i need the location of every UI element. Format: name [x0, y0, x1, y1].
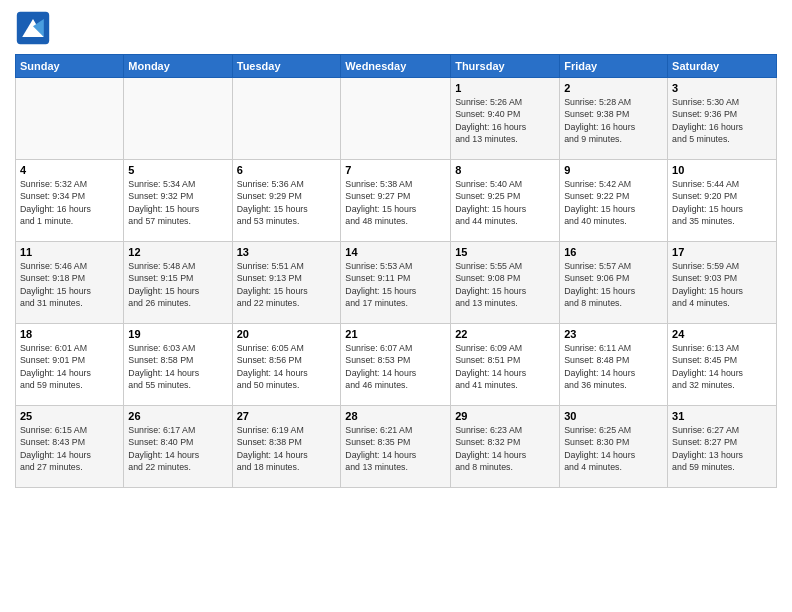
- day-info: Sunrise: 5:40 AM Sunset: 9:25 PM Dayligh…: [455, 178, 555, 227]
- weekday-header-sunday: Sunday: [16, 55, 124, 78]
- day-info: Sunrise: 5:53 AM Sunset: 9:11 PM Dayligh…: [345, 260, 446, 309]
- day-number: 7: [345, 164, 446, 176]
- calendar-cell: 31Sunrise: 6:27 AM Sunset: 8:27 PM Dayli…: [668, 406, 777, 488]
- day-number: 29: [455, 410, 555, 422]
- day-number: 18: [20, 328, 119, 340]
- calendar-cell: 24Sunrise: 6:13 AM Sunset: 8:45 PM Dayli…: [668, 324, 777, 406]
- calendar-cell: 11Sunrise: 5:46 AM Sunset: 9:18 PM Dayli…: [16, 242, 124, 324]
- header: [15, 10, 777, 46]
- day-number: 15: [455, 246, 555, 258]
- day-info: Sunrise: 5:26 AM Sunset: 9:40 PM Dayligh…: [455, 96, 555, 145]
- day-number: 20: [237, 328, 337, 340]
- day-number: 10: [672, 164, 772, 176]
- calendar-cell: 23Sunrise: 6:11 AM Sunset: 8:48 PM Dayli…: [560, 324, 668, 406]
- calendar-cell: 14Sunrise: 5:53 AM Sunset: 9:11 PM Dayli…: [341, 242, 451, 324]
- day-number: 31: [672, 410, 772, 422]
- day-number: 2: [564, 82, 663, 94]
- calendar-cell: [341, 78, 451, 160]
- day-number: 19: [128, 328, 227, 340]
- calendar-cell: 9Sunrise: 5:42 AM Sunset: 9:22 PM Daylig…: [560, 160, 668, 242]
- day-info: Sunrise: 5:28 AM Sunset: 9:38 PM Dayligh…: [564, 96, 663, 145]
- day-info: Sunrise: 5:44 AM Sunset: 9:20 PM Dayligh…: [672, 178, 772, 227]
- day-number: 5: [128, 164, 227, 176]
- weekday-header-friday: Friday: [560, 55, 668, 78]
- calendar-cell: 2Sunrise: 5:28 AM Sunset: 9:38 PM Daylig…: [560, 78, 668, 160]
- day-info: Sunrise: 6:21 AM Sunset: 8:35 PM Dayligh…: [345, 424, 446, 473]
- weekday-header-tuesday: Tuesday: [232, 55, 341, 78]
- day-number: 22: [455, 328, 555, 340]
- calendar-cell: 4Sunrise: 5:32 AM Sunset: 9:34 PM Daylig…: [16, 160, 124, 242]
- weekday-header-saturday: Saturday: [668, 55, 777, 78]
- calendar-cell: 29Sunrise: 6:23 AM Sunset: 8:32 PM Dayli…: [451, 406, 560, 488]
- day-number: 1: [455, 82, 555, 94]
- weekday-header-row: SundayMondayTuesdayWednesdayThursdayFrid…: [16, 55, 777, 78]
- day-number: 30: [564, 410, 663, 422]
- day-number: 23: [564, 328, 663, 340]
- day-number: 9: [564, 164, 663, 176]
- calendar-cell: 3Sunrise: 5:30 AM Sunset: 9:36 PM Daylig…: [668, 78, 777, 160]
- day-number: 17: [672, 246, 772, 258]
- calendar-cell: 18Sunrise: 6:01 AM Sunset: 9:01 PM Dayli…: [16, 324, 124, 406]
- day-info: Sunrise: 5:30 AM Sunset: 9:36 PM Dayligh…: [672, 96, 772, 145]
- day-info: Sunrise: 6:17 AM Sunset: 8:40 PM Dayligh…: [128, 424, 227, 473]
- weekday-header-wednesday: Wednesday: [341, 55, 451, 78]
- day-number: 11: [20, 246, 119, 258]
- day-number: 14: [345, 246, 446, 258]
- weekday-header-thursday: Thursday: [451, 55, 560, 78]
- day-info: Sunrise: 6:27 AM Sunset: 8:27 PM Dayligh…: [672, 424, 772, 473]
- calendar-cell: 13Sunrise: 5:51 AM Sunset: 9:13 PM Dayli…: [232, 242, 341, 324]
- logo: [15, 10, 55, 46]
- calendar-cell: 26Sunrise: 6:17 AM Sunset: 8:40 PM Dayli…: [124, 406, 232, 488]
- day-number: 6: [237, 164, 337, 176]
- day-info: Sunrise: 6:05 AM Sunset: 8:56 PM Dayligh…: [237, 342, 337, 391]
- calendar-cell: 30Sunrise: 6:25 AM Sunset: 8:30 PM Dayli…: [560, 406, 668, 488]
- page: SundayMondayTuesdayWednesdayThursdayFrid…: [0, 0, 792, 612]
- calendar-cell: 5Sunrise: 5:34 AM Sunset: 9:32 PM Daylig…: [124, 160, 232, 242]
- calendar-cell: 7Sunrise: 5:38 AM Sunset: 9:27 PM Daylig…: [341, 160, 451, 242]
- day-number: 8: [455, 164, 555, 176]
- day-info: Sunrise: 6:19 AM Sunset: 8:38 PM Dayligh…: [237, 424, 337, 473]
- day-number: 16: [564, 246, 663, 258]
- day-number: 27: [237, 410, 337, 422]
- calendar-cell: 22Sunrise: 6:09 AM Sunset: 8:51 PM Dayli…: [451, 324, 560, 406]
- calendar-cell: 28Sunrise: 6:21 AM Sunset: 8:35 PM Dayli…: [341, 406, 451, 488]
- day-info: Sunrise: 6:03 AM Sunset: 8:58 PM Dayligh…: [128, 342, 227, 391]
- day-number: 28: [345, 410, 446, 422]
- day-info: Sunrise: 5:32 AM Sunset: 9:34 PM Dayligh…: [20, 178, 119, 227]
- day-info: Sunrise: 6:23 AM Sunset: 8:32 PM Dayligh…: [455, 424, 555, 473]
- calendar-cell: 1Sunrise: 5:26 AM Sunset: 9:40 PM Daylig…: [451, 78, 560, 160]
- calendar-cell: 10Sunrise: 5:44 AM Sunset: 9:20 PM Dayli…: [668, 160, 777, 242]
- day-info: Sunrise: 5:36 AM Sunset: 9:29 PM Dayligh…: [237, 178, 337, 227]
- day-info: Sunrise: 6:13 AM Sunset: 8:45 PM Dayligh…: [672, 342, 772, 391]
- calendar-cell: [16, 78, 124, 160]
- calendar-week-row: 18Sunrise: 6:01 AM Sunset: 9:01 PM Dayli…: [16, 324, 777, 406]
- day-info: Sunrise: 5:48 AM Sunset: 9:15 PM Dayligh…: [128, 260, 227, 309]
- day-number: 25: [20, 410, 119, 422]
- calendar-cell: 8Sunrise: 5:40 AM Sunset: 9:25 PM Daylig…: [451, 160, 560, 242]
- day-number: 26: [128, 410, 227, 422]
- calendar-cell: 25Sunrise: 6:15 AM Sunset: 8:43 PM Dayli…: [16, 406, 124, 488]
- calendar-table: SundayMondayTuesdayWednesdayThursdayFrid…: [15, 54, 777, 488]
- day-info: Sunrise: 5:51 AM Sunset: 9:13 PM Dayligh…: [237, 260, 337, 309]
- day-number: 4: [20, 164, 119, 176]
- day-number: 3: [672, 82, 772, 94]
- day-info: Sunrise: 6:01 AM Sunset: 9:01 PM Dayligh…: [20, 342, 119, 391]
- day-info: Sunrise: 6:15 AM Sunset: 8:43 PM Dayligh…: [20, 424, 119, 473]
- calendar-cell: 17Sunrise: 5:59 AM Sunset: 9:03 PM Dayli…: [668, 242, 777, 324]
- calendar-cell: [232, 78, 341, 160]
- day-number: 12: [128, 246, 227, 258]
- day-number: 13: [237, 246, 337, 258]
- day-number: 21: [345, 328, 446, 340]
- day-info: Sunrise: 6:07 AM Sunset: 8:53 PM Dayligh…: [345, 342, 446, 391]
- calendar-cell: 19Sunrise: 6:03 AM Sunset: 8:58 PM Dayli…: [124, 324, 232, 406]
- day-info: Sunrise: 5:38 AM Sunset: 9:27 PM Dayligh…: [345, 178, 446, 227]
- day-info: Sunrise: 5:55 AM Sunset: 9:08 PM Dayligh…: [455, 260, 555, 309]
- calendar-week-row: 4Sunrise: 5:32 AM Sunset: 9:34 PM Daylig…: [16, 160, 777, 242]
- day-info: Sunrise: 5:34 AM Sunset: 9:32 PM Dayligh…: [128, 178, 227, 227]
- day-info: Sunrise: 6:09 AM Sunset: 8:51 PM Dayligh…: [455, 342, 555, 391]
- day-info: Sunrise: 6:11 AM Sunset: 8:48 PM Dayligh…: [564, 342, 663, 391]
- calendar-cell: 21Sunrise: 6:07 AM Sunset: 8:53 PM Dayli…: [341, 324, 451, 406]
- day-info: Sunrise: 5:57 AM Sunset: 9:06 PM Dayligh…: [564, 260, 663, 309]
- calendar-cell: 27Sunrise: 6:19 AM Sunset: 8:38 PM Dayli…: [232, 406, 341, 488]
- calendar-week-row: 1Sunrise: 5:26 AM Sunset: 9:40 PM Daylig…: [16, 78, 777, 160]
